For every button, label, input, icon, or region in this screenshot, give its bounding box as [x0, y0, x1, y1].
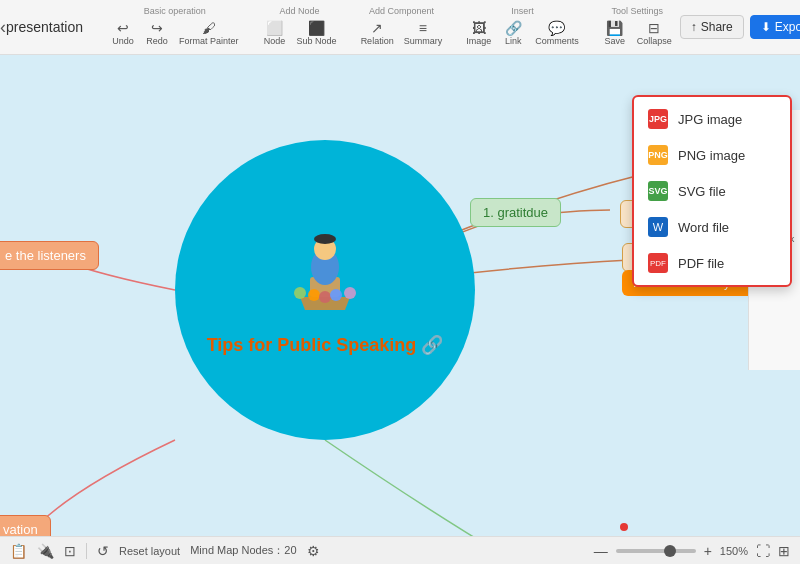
- export-label: Export: [775, 20, 800, 34]
- svg-icon: SVG: [648, 181, 668, 201]
- export-png-label: PNG image: [678, 148, 745, 163]
- subnode-button[interactable]: ⬛ Sub Node: [293, 18, 341, 48]
- zoom-slider[interactable]: [616, 549, 696, 553]
- format-painter-button[interactable]: 🖌 Format Painter: [175, 18, 243, 48]
- reset-icon[interactable]: ↺: [97, 543, 109, 559]
- svg-point-8: [330, 289, 342, 301]
- collapse-button[interactable]: ⊟ Collapse: [633, 18, 676, 48]
- export-svg-item[interactable]: SVG SVG file: [634, 173, 790, 209]
- toolbar-right: ↑ Share ⬇ Export: [680, 15, 800, 39]
- save-icon: 💾: [606, 20, 623, 36]
- export-jpg-label: JPG image: [678, 112, 742, 127]
- svg-point-9: [344, 287, 356, 299]
- addnode-btns: ⬜ Node ⬛ Sub Node: [259, 18, 341, 48]
- export-dropdown: JPG JPG image PNG PNG image SVG SVG file…: [632, 95, 792, 287]
- status-bar: 📋 🔌 ⊡ ↺ Reset layout Mind Map Nodes：20 ⚙…: [0, 536, 800, 564]
- status-right: — + 150% ⛶ ⊞: [594, 543, 790, 559]
- zoom-out-icon[interactable]: —: [594, 543, 608, 559]
- central-node[interactable]: Tips for Public Speaking 🔗: [175, 140, 475, 440]
- status-icon-1[interactable]: 📋: [10, 543, 27, 559]
- red-dot: [620, 523, 628, 531]
- share-button[interactable]: ↑ Share: [680, 15, 744, 39]
- node-gratitude-label: 1. gratitdue: [483, 205, 548, 220]
- nodes-label: Mind Map Nodes：20: [190, 543, 296, 558]
- toolbar-group-addnode: Add Node ⬜ Node ⬛ Sub Node: [255, 4, 345, 50]
- undo-icon: ↩: [117, 20, 129, 36]
- reset-label[interactable]: Reset layout: [119, 545, 180, 557]
- central-node-icon: [280, 225, 370, 326]
- group-label-addcomponent: Add Component: [369, 6, 434, 16]
- export-word-item[interactable]: W Word file: [634, 209, 790, 245]
- speaker-illustration: [280, 225, 370, 315]
- app-title: presentation: [6, 19, 95, 35]
- comments-label: Comments: [535, 36, 579, 46]
- relation-label: Relation: [361, 36, 394, 46]
- export-button[interactable]: ⬇ Export: [750, 15, 800, 39]
- relation-icon: ↗: [371, 20, 383, 36]
- toolbar-group-toolsettings: Tool Settings 💾 Save ⊟ Collapse: [595, 4, 680, 50]
- collapse-icon: ⊟: [648, 20, 660, 36]
- export-pdf-label: PDF file: [678, 256, 724, 271]
- summary-icon: ≡: [419, 20, 427, 36]
- link-label: Link: [505, 36, 522, 46]
- status-icon-2[interactable]: 🔌: [37, 543, 54, 559]
- node-listeners[interactable]: e the listeners: [0, 241, 99, 270]
- node-vation-label: vation: [3, 522, 38, 537]
- canvas-area[interactable]: Tips for Public Speaking 🔗 1. gratitdue …: [0, 55, 800, 564]
- export-word-label: Word file: [678, 220, 729, 235]
- svg-point-7: [319, 291, 331, 303]
- svg-point-4: [314, 234, 336, 244]
- basic-btns: ↩ Undo ↪ Redo 🖌 Format Painter: [107, 18, 243, 48]
- image-button[interactable]: 🖼 Image: [462, 18, 495, 48]
- image-icon: 🖼: [472, 20, 486, 36]
- group-label-basic: Basic operation: [144, 6, 206, 16]
- save-label: Save: [604, 36, 625, 46]
- export-pdf-item[interactable]: PDF PDF file: [634, 245, 790, 281]
- toolbar: ‹ presentation Basic operation ↩ Undo ↪ …: [0, 0, 800, 55]
- summary-label: Summary: [404, 36, 443, 46]
- jpg-icon: JPG: [648, 109, 668, 129]
- redo-button[interactable]: ↪ Redo: [141, 18, 173, 48]
- toolbar-group-insert: Insert 🖼 Image 🔗 Link 💬 Comments: [458, 4, 587, 50]
- pdf-icon: PDF: [648, 253, 668, 273]
- settings-icon[interactable]: ⚙: [307, 543, 320, 559]
- word-icon: W: [648, 217, 668, 237]
- node-icon: ⬜: [266, 20, 283, 36]
- comments-button[interactable]: 💬 Comments: [531, 18, 583, 48]
- export-jpg-item[interactable]: JPG JPG image: [634, 101, 790, 137]
- insert-btns: 🖼 Image 🔗 Link 💬 Comments: [462, 18, 583, 48]
- link-icon: 🔗: [505, 20, 522, 36]
- undo-button[interactable]: ↩ Undo: [107, 18, 139, 48]
- fit-icon[interactable]: ⊞: [778, 543, 790, 559]
- node-gratitude[interactable]: 1. gratitdue: [470, 198, 561, 227]
- relation-button[interactable]: ↗ Relation: [357, 18, 398, 48]
- fullscreen-icon[interactable]: ⛶: [756, 543, 770, 559]
- central-node-title: Tips for Public Speaking 🔗: [207, 334, 444, 356]
- node-listeners-label: e the listeners: [5, 248, 86, 263]
- comments-icon: 💬: [548, 20, 565, 36]
- image-label: Image: [466, 36, 491, 46]
- zoom-percent: 150%: [720, 545, 748, 557]
- node-label: Node: [264, 36, 286, 46]
- format-painter-icon: 🖌: [202, 20, 216, 36]
- node-button[interactable]: ⬜ Node: [259, 18, 291, 48]
- export-png-item[interactable]: PNG PNG image: [634, 137, 790, 173]
- format-painter-label: Format Painter: [179, 36, 239, 46]
- group-label-toolsettings: Tool Settings: [611, 6, 663, 16]
- summary-button[interactable]: ≡ Summary: [400, 18, 447, 48]
- export-svg-label: SVG file: [678, 184, 726, 199]
- line-vation: [40, 440, 175, 523]
- png-icon: PNG: [648, 145, 668, 165]
- share-label: Share: [701, 20, 733, 34]
- link-button[interactable]: 🔗 Link: [497, 18, 529, 48]
- group-label-addnode: Add Node: [280, 6, 320, 16]
- collapse-label: Collapse: [637, 36, 672, 46]
- redo-icon: ↪: [151, 20, 163, 36]
- zoom-in-icon[interactable]: +: [704, 543, 712, 559]
- status-icon-3[interactable]: ⊡: [64, 543, 76, 559]
- save-button[interactable]: 💾 Save: [599, 18, 631, 48]
- svg-point-5: [294, 287, 306, 299]
- share-icon: ↑: [691, 20, 697, 34]
- undo-label: Undo: [112, 36, 134, 46]
- toolsettings-btns: 💾 Save ⊟ Collapse: [599, 18, 676, 48]
